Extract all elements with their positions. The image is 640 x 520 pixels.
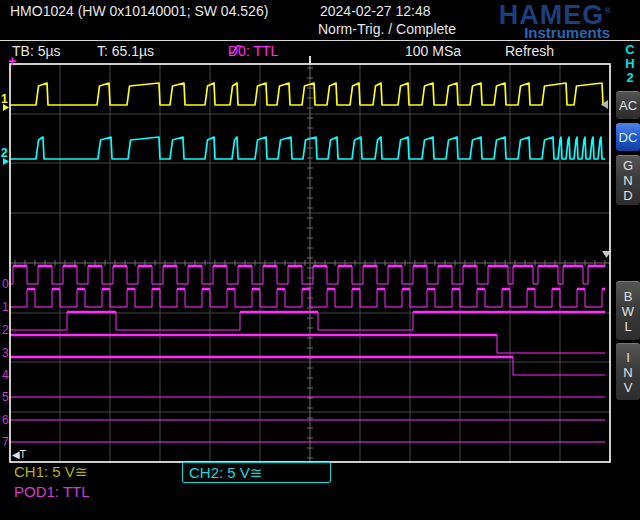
digital-channel-label-d5: 5 xyxy=(2,390,9,404)
channel-marker-ch1: 1 xyxy=(1,92,8,106)
digital-channel-label-d7: 7 xyxy=(2,435,9,449)
trace-ch1 xyxy=(10,83,605,105)
digital-channel-label-d2: 2 xyxy=(2,323,9,337)
digital-channel-label-d1: 1 xyxy=(2,300,9,314)
center-reference-tick xyxy=(309,56,311,64)
ch1-scale-label: CH1: 5 V≅ xyxy=(14,463,87,481)
digital-channel-label-d0: 0 xyxy=(2,277,9,291)
offscreen-trigger-indicator: ◀T xyxy=(12,449,27,460)
oscilloscope-screen: HMO1024 (HW 0x10140001; SW 04.526) 2024-… xyxy=(0,0,640,520)
coupling-dc-button[interactable]: DC xyxy=(616,123,640,151)
bandwidth-limit-button[interactable]: B W L xyxy=(616,281,640,340)
digital-channel-label-d6: 6 xyxy=(2,413,9,427)
ch2-scale-label: CH2: 5 V≅ xyxy=(189,464,262,482)
channel-marker-ch2: 2 xyxy=(1,146,8,160)
digital-channel-label-d3: 3 xyxy=(2,346,9,360)
waveform-display: 0123456712◀T xyxy=(0,0,640,520)
coupling-gnd-button[interactable]: G N D xyxy=(616,155,640,205)
trigger-position-marker: + xyxy=(8,52,17,69)
pod1-label: POD1: TTL xyxy=(14,483,90,500)
sidebar-channel-label: C H 2 xyxy=(621,43,639,85)
digital-channel-label-d4: 4 xyxy=(2,368,9,382)
ch2-scale-box[interactable]: CH2: 5 V≅ xyxy=(182,462,331,483)
coupling-ac-button[interactable]: AC xyxy=(616,91,640,119)
invert-button[interactable]: I N V xyxy=(616,343,640,400)
